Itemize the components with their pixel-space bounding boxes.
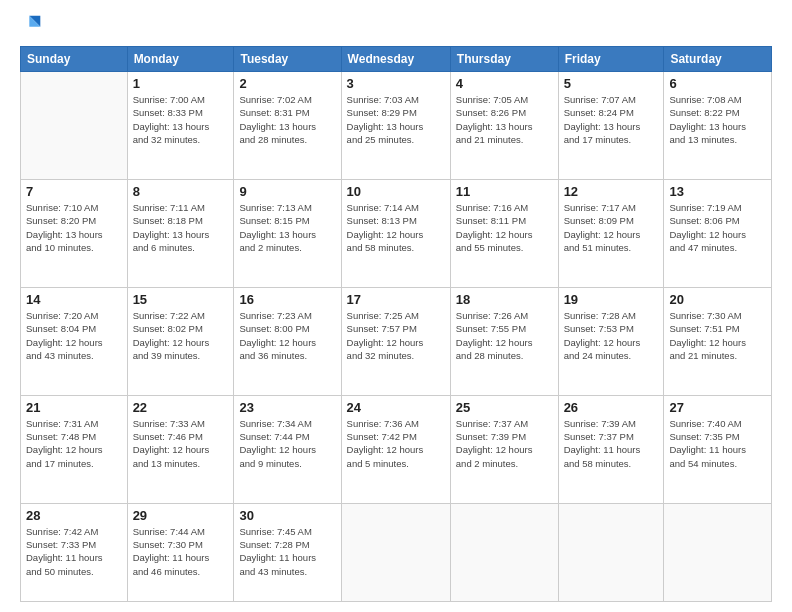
day-number: 26: [564, 400, 659, 415]
day-info: Sunrise: 7:36 AM Sunset: 7:42 PM Dayligh…: [347, 417, 445, 470]
day-number: 15: [133, 292, 229, 307]
day-number: 3: [347, 76, 445, 91]
logo-icon: [22, 12, 44, 34]
day-number: 30: [239, 508, 335, 523]
calendar-cell: 27Sunrise: 7:40 AM Sunset: 7:35 PM Dayli…: [664, 395, 772, 503]
day-number: 2: [239, 76, 335, 91]
day-number: 20: [669, 292, 766, 307]
calendar-cell: 14Sunrise: 7:20 AM Sunset: 8:04 PM Dayli…: [21, 287, 128, 395]
day-header: Wednesday: [341, 47, 450, 72]
day-number: 9: [239, 184, 335, 199]
day-number: 19: [564, 292, 659, 307]
day-number: 23: [239, 400, 335, 415]
day-info: Sunrise: 7:44 AM Sunset: 7:30 PM Dayligh…: [133, 525, 229, 578]
day-number: 14: [26, 292, 122, 307]
day-number: 11: [456, 184, 553, 199]
day-number: 1: [133, 76, 229, 91]
calendar-cell: 18Sunrise: 7:26 AM Sunset: 7:55 PM Dayli…: [450, 287, 558, 395]
day-header: Tuesday: [234, 47, 341, 72]
calendar-table: SundayMondayTuesdayWednesdayThursdayFrid…: [20, 46, 772, 602]
calendar-cell: 25Sunrise: 7:37 AM Sunset: 7:39 PM Dayli…: [450, 395, 558, 503]
day-info: Sunrise: 7:16 AM Sunset: 8:11 PM Dayligh…: [456, 201, 553, 254]
calendar-week-row: 7Sunrise: 7:10 AM Sunset: 8:20 PM Daylig…: [21, 179, 772, 287]
calendar-cell: 17Sunrise: 7:25 AM Sunset: 7:57 PM Dayli…: [341, 287, 450, 395]
calendar-cell: 2Sunrise: 7:02 AM Sunset: 8:31 PM Daylig…: [234, 72, 341, 180]
day-number: 22: [133, 400, 229, 415]
calendar-cell: 26Sunrise: 7:39 AM Sunset: 7:37 PM Dayli…: [558, 395, 664, 503]
calendar-cell: [664, 503, 772, 601]
day-info: Sunrise: 7:37 AM Sunset: 7:39 PM Dayligh…: [456, 417, 553, 470]
calendar-cell: 9Sunrise: 7:13 AM Sunset: 8:15 PM Daylig…: [234, 179, 341, 287]
day-number: 7: [26, 184, 122, 199]
calendar-cell: 4Sunrise: 7:05 AM Sunset: 8:26 PM Daylig…: [450, 72, 558, 180]
day-info: Sunrise: 7:25 AM Sunset: 7:57 PM Dayligh…: [347, 309, 445, 362]
calendar-cell: 7Sunrise: 7:10 AM Sunset: 8:20 PM Daylig…: [21, 179, 128, 287]
day-info: Sunrise: 7:10 AM Sunset: 8:20 PM Dayligh…: [26, 201, 122, 254]
day-info: Sunrise: 7:22 AM Sunset: 8:02 PM Dayligh…: [133, 309, 229, 362]
day-number: 6: [669, 76, 766, 91]
day-info: Sunrise: 7:20 AM Sunset: 8:04 PM Dayligh…: [26, 309, 122, 362]
calendar-cell: 13Sunrise: 7:19 AM Sunset: 8:06 PM Dayli…: [664, 179, 772, 287]
day-number: 13: [669, 184, 766, 199]
calendar-cell: 10Sunrise: 7:14 AM Sunset: 8:13 PM Dayli…: [341, 179, 450, 287]
day-number: 12: [564, 184, 659, 199]
calendar-cell: 29Sunrise: 7:44 AM Sunset: 7:30 PM Dayli…: [127, 503, 234, 601]
calendar-cell: 5Sunrise: 7:07 AM Sunset: 8:24 PM Daylig…: [558, 72, 664, 180]
day-header: Saturday: [664, 47, 772, 72]
calendar-week-row: 1Sunrise: 7:00 AM Sunset: 8:33 PM Daylig…: [21, 72, 772, 180]
logo: [20, 16, 44, 38]
page: SundayMondayTuesdayWednesdayThursdayFrid…: [0, 0, 792, 612]
header: [20, 16, 772, 38]
calendar-cell: [450, 503, 558, 601]
calendar-cell: 24Sunrise: 7:36 AM Sunset: 7:42 PM Dayli…: [341, 395, 450, 503]
day-info: Sunrise: 7:02 AM Sunset: 8:31 PM Dayligh…: [239, 93, 335, 146]
calendar-week-row: 28Sunrise: 7:42 AM Sunset: 7:33 PM Dayli…: [21, 503, 772, 601]
day-number: 18: [456, 292, 553, 307]
day-info: Sunrise: 7:00 AM Sunset: 8:33 PM Dayligh…: [133, 93, 229, 146]
day-number: 5: [564, 76, 659, 91]
day-number: 24: [347, 400, 445, 415]
calendar-cell: 28Sunrise: 7:42 AM Sunset: 7:33 PM Dayli…: [21, 503, 128, 601]
day-header: Sunday: [21, 47, 128, 72]
day-number: 21: [26, 400, 122, 415]
calendar-cell: [21, 72, 128, 180]
calendar-cell: 6Sunrise: 7:08 AM Sunset: 8:22 PM Daylig…: [664, 72, 772, 180]
calendar-week-row: 14Sunrise: 7:20 AM Sunset: 8:04 PM Dayli…: [21, 287, 772, 395]
day-number: 4: [456, 76, 553, 91]
day-info: Sunrise: 7:19 AM Sunset: 8:06 PM Dayligh…: [669, 201, 766, 254]
calendar-cell: [341, 503, 450, 601]
day-number: 17: [347, 292, 445, 307]
day-info: Sunrise: 7:05 AM Sunset: 8:26 PM Dayligh…: [456, 93, 553, 146]
day-number: 16: [239, 292, 335, 307]
calendar-cell: 1Sunrise: 7:00 AM Sunset: 8:33 PM Daylig…: [127, 72, 234, 180]
day-info: Sunrise: 7:31 AM Sunset: 7:48 PM Dayligh…: [26, 417, 122, 470]
day-number: 29: [133, 508, 229, 523]
day-info: Sunrise: 7:30 AM Sunset: 7:51 PM Dayligh…: [669, 309, 766, 362]
calendar-cell: 8Sunrise: 7:11 AM Sunset: 8:18 PM Daylig…: [127, 179, 234, 287]
day-number: 10: [347, 184, 445, 199]
calendar-cell: 30Sunrise: 7:45 AM Sunset: 7:28 PM Dayli…: [234, 503, 341, 601]
day-header: Friday: [558, 47, 664, 72]
day-number: 28: [26, 508, 122, 523]
day-info: Sunrise: 7:14 AM Sunset: 8:13 PM Dayligh…: [347, 201, 445, 254]
day-info: Sunrise: 7:23 AM Sunset: 8:00 PM Dayligh…: [239, 309, 335, 362]
calendar-cell: 3Sunrise: 7:03 AM Sunset: 8:29 PM Daylig…: [341, 72, 450, 180]
calendar-week-row: 21Sunrise: 7:31 AM Sunset: 7:48 PM Dayli…: [21, 395, 772, 503]
day-number: 25: [456, 400, 553, 415]
calendar-cell: 16Sunrise: 7:23 AM Sunset: 8:00 PM Dayli…: [234, 287, 341, 395]
day-header: Monday: [127, 47, 234, 72]
calendar-cell: 20Sunrise: 7:30 AM Sunset: 7:51 PM Dayli…: [664, 287, 772, 395]
day-info: Sunrise: 7:33 AM Sunset: 7:46 PM Dayligh…: [133, 417, 229, 470]
calendar-cell: 11Sunrise: 7:16 AM Sunset: 8:11 PM Dayli…: [450, 179, 558, 287]
day-info: Sunrise: 7:34 AM Sunset: 7:44 PM Dayligh…: [239, 417, 335, 470]
calendar-cell: 21Sunrise: 7:31 AM Sunset: 7:48 PM Dayli…: [21, 395, 128, 503]
day-number: 8: [133, 184, 229, 199]
calendar-cell: [558, 503, 664, 601]
calendar-cell: 22Sunrise: 7:33 AM Sunset: 7:46 PM Dayli…: [127, 395, 234, 503]
day-header: Thursday: [450, 47, 558, 72]
day-info: Sunrise: 7:08 AM Sunset: 8:22 PM Dayligh…: [669, 93, 766, 146]
day-info: Sunrise: 7:03 AM Sunset: 8:29 PM Dayligh…: [347, 93, 445, 146]
day-info: Sunrise: 7:40 AM Sunset: 7:35 PM Dayligh…: [669, 417, 766, 470]
calendar-cell: 15Sunrise: 7:22 AM Sunset: 8:02 PM Dayli…: [127, 287, 234, 395]
day-info: Sunrise: 7:42 AM Sunset: 7:33 PM Dayligh…: [26, 525, 122, 578]
